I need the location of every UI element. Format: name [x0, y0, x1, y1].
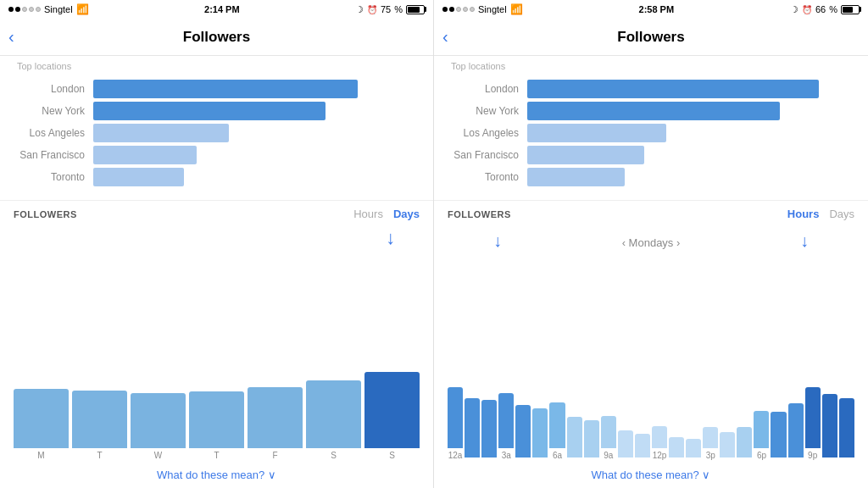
city-row-london-2: London	[451, 80, 851, 98]
city-bar-container	[527, 102, 851, 120]
bar-h21	[788, 403, 804, 460]
time-2: 2:58 PM	[639, 4, 675, 14]
bar-3a: 3a	[498, 393, 514, 460]
bar-F: F	[248, 387, 303, 460]
bar-label-T2: T	[214, 451, 219, 460]
bar-W: W	[131, 393, 186, 460]
bar-label-F: F	[272, 451, 277, 460]
panel-2: Singtel 📶 2:58 PM ☽ ⏰ 66% ‹ Followers To…	[434, 0, 868, 488]
status-left-1: Singtel 📶	[8, 3, 89, 15]
city-row-toronto: Toronto	[17, 168, 416, 186]
battery-fill-1	[408, 7, 420, 13]
signal-dot	[8, 7, 14, 12]
bar-fill-M	[14, 389, 69, 448]
bar-fill-T2	[189, 391, 244, 448]
bar-h2	[465, 398, 480, 460]
city-bar-newyork	[93, 102, 326, 120]
arrow-down-1: ↓	[386, 229, 395, 247]
city-bar-toronto	[93, 168, 184, 186]
view-tabs-2: Hours Days	[787, 208, 854, 220]
city-bar-la-2	[527, 124, 666, 142]
followers-header-2: FOLLOWERS Hours Days	[448, 208, 854, 220]
mondays-label: ‹ Mondays ›	[622, 236, 681, 251]
city-bar-container	[93, 168, 416, 186]
alarm-icon-2: ⏰	[802, 5, 812, 14]
bar-h20	[771, 412, 786, 460]
city-bar-container	[527, 168, 851, 186]
bar-h8	[567, 417, 582, 460]
bar-fill-W	[131, 393, 186, 448]
city-row-london: London	[17, 80, 416, 98]
back-button-1[interactable]: ‹	[8, 27, 14, 47]
bar-label-M: M	[37, 451, 44, 460]
bar-h23	[822, 394, 837, 460]
status-right-2: ☽ ⏰ 66%	[790, 4, 860, 15]
cities-chart-1: London New York Los Angeles San Francisc…	[0, 73, 433, 200]
bar-label-S1: S	[331, 451, 337, 460]
view-tabs-1: Hours Days	[353, 208, 420, 220]
signal-dots-2	[442, 7, 475, 12]
bar-12a: 12a	[448, 387, 463, 460]
what-link-2[interactable]: What do these mean? ∨	[434, 462, 868, 488]
signal-dot	[15, 7, 20, 12]
followers-label-2: FOLLOWERS	[448, 209, 511, 219]
signal-dot	[442, 7, 448, 12]
time-1: 2:14 PM	[204, 4, 240, 14]
header-2: ‹ Followers	[434, 19, 868, 56]
city-row-newyork: New York	[17, 102, 416, 120]
battery-2	[841, 5, 860, 14]
battery-pct-2: 66	[815, 4, 826, 14]
bar-h11	[618, 430, 633, 460]
battery-1	[406, 5, 425, 14]
city-name: Los Angeles	[451, 127, 527, 139]
bar-fill-T1	[72, 391, 127, 448]
signal-dot	[456, 7, 461, 12]
city-bar-container	[527, 124, 851, 142]
status-right-1: ☽ ⏰ 75%	[355, 4, 425, 15]
city-name: Toronto	[17, 171, 93, 183]
city-name: San Francisco	[17, 149, 93, 161]
arrow-row-1: ↓	[14, 224, 420, 247]
bar-h18	[737, 427, 752, 460]
bar-h24	[839, 398, 854, 460]
bar-h14	[669, 437, 684, 460]
followers-label-1: FOLLOWERS	[14, 209, 77, 219]
city-row-sf-2: San Francisco	[451, 146, 851, 164]
tab-hours-1[interactable]: Hours	[353, 208, 383, 220]
battery-pct-1: 75	[381, 4, 391, 14]
bar-9p: 9p	[805, 387, 821, 460]
arrow-hours-1: ↓	[493, 231, 502, 251]
followers-section-2: FOLLOWERS Hours Days ↓ ‹ Mondays › ↓ 12a	[434, 201, 868, 462]
arrow-hours-2: ↓	[800, 231, 809, 251]
bar-3p: 3p	[703, 427, 718, 460]
tab-hours-2[interactable]: Hours	[787, 208, 820, 220]
status-bar-2: Singtel 📶 2:58 PM ☽ ⏰ 66%	[434, 0, 868, 19]
bar-fill-F	[248, 387, 303, 448]
back-button-2[interactable]: ‹	[442, 27, 448, 47]
signal-dot	[22, 7, 27, 12]
city-bar-london	[93, 80, 358, 98]
city-bar-sf-2	[527, 146, 644, 164]
city-bar-sf	[93, 146, 197, 164]
bar-9a: 9a	[601, 416, 616, 460]
mondays-row: ↓ ‹ Mondays › ↓	[448, 224, 854, 251]
bar-M: M	[14, 389, 69, 460]
carrier-label-2: Singtel	[478, 4, 507, 14]
carrier-label-1: Singtel	[44, 4, 73, 14]
bar-h15	[686, 439, 701, 460]
city-bar-container	[527, 80, 851, 98]
bar-6a: 6a	[549, 402, 565, 460]
status-left-2: Singtel 📶	[442, 3, 523, 15]
what-link-1[interactable]: What do these mean? ∨	[0, 462, 433, 488]
tab-days-2[interactable]: Days	[829, 208, 854, 220]
top-label-2: Top locations	[434, 56, 868, 73]
bar-h17	[720, 432, 735, 460]
bar-h6	[532, 408, 548, 460]
bar-12p: 12p	[652, 426, 667, 460]
tab-days-1[interactable]: Days	[393, 208, 420, 220]
bar-T2: T	[189, 391, 244, 460]
bar-h12	[635, 434, 650, 460]
signal-dots-1	[8, 7, 41, 12]
bars-area-2: 12a 3a 6a	[448, 251, 854, 462]
bar-6p: 6p	[754, 411, 769, 460]
